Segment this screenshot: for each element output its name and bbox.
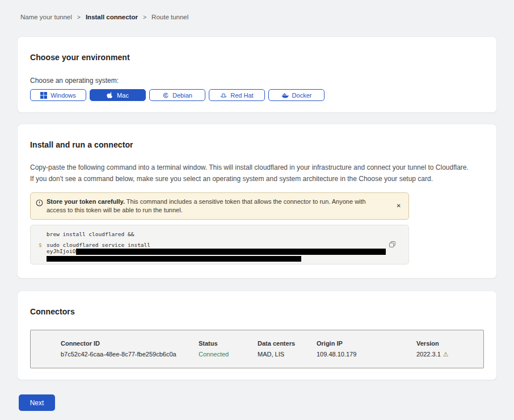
alert-circle-icon — [36, 199, 43, 209]
cell-connector-id: b7c52c42-6caa-48ee-8c77-fbe259cb6c0a — [61, 351, 199, 358]
os-button-label: Red Hat — [230, 92, 253, 99]
redhat-icon — [220, 92, 227, 99]
copy-icon[interactable] — [389, 241, 396, 250]
table-row: b7c52c42-6caa-48ee-8c77-fbe259cb6c0a Con… — [61, 351, 483, 358]
close-icon[interactable]: ✕ — [397, 203, 401, 209]
command-line-1: brew install cloudflared && — [47, 231, 408, 237]
os-button-group: Windows Mac Debian Red Hat Docker — [30, 89, 484, 101]
connectors-card-title: Connectors — [30, 307, 484, 316]
connectors-card: Connectors Connector ID Status Data cent… — [18, 291, 496, 380]
token-warning-title: Store your token carefully. — [47, 198, 125, 205]
next-button[interactable]: Next — [19, 394, 55, 411]
install-command-block: $ brew install cloudflared && sudo cloud… — [30, 225, 409, 264]
breadcrumb-step-route-tunnel[interactable]: Route tunnel — [151, 14, 188, 20]
apple-icon — [107, 91, 113, 99]
os-button-label: Mac — [117, 92, 129, 99]
os-button-windows[interactable]: Windows — [30, 89, 86, 101]
docker-icon — [281, 92, 289, 99]
install-description: Copy-paste the following command into a … — [30, 162, 484, 184]
windows-icon — [40, 92, 47, 99]
breadcrumb: Name your tunnel > Install connector > R… — [0, 0, 514, 20]
connectors-table: Connector ID Status Data centers Origin … — [30, 330, 484, 368]
command-line-redacted — [47, 255, 408, 262]
os-button-label: Docker — [292, 92, 312, 99]
environment-card: Choose your environment Choose an operat… — [18, 37, 496, 112]
header-status: Status — [199, 340, 258, 347]
breadcrumb-separator: > — [143, 14, 146, 20]
os-select-label: Choose an operating system: — [30, 77, 484, 85]
version-value: 2022.3.1 — [416, 351, 441, 358]
os-button-label: Windows — [50, 92, 76, 99]
redaction-bar — [47, 256, 301, 262]
os-button-docker[interactable]: Docker — [268, 89, 325, 101]
redaction-bar — [76, 249, 386, 255]
token-prefix: eyJhIjoiO — [47, 248, 75, 254]
shell-prompt: $ — [39, 242, 42, 248]
cell-data-centers: MAD, LIS — [258, 351, 317, 358]
warning-triangle-icon: ⚠ — [443, 351, 449, 358]
command-line-2: sudo cloudflared service install — [47, 242, 408, 248]
os-button-mac[interactable]: Mac — [90, 89, 146, 101]
os-button-debian[interactable]: Debian — [149, 89, 205, 101]
token-warning-text: Store your token carefully. This command… — [47, 198, 384, 215]
cell-version: 2022.3.1 ⚠ — [416, 351, 483, 358]
debian-icon — [162, 92, 169, 99]
header-version: Version — [416, 340, 483, 347]
breadcrumb-step-name-tunnel[interactable]: Name your tunnel — [20, 14, 72, 20]
breadcrumb-separator: > — [77, 14, 81, 20]
environment-card-title: Choose your environment — [30, 53, 484, 62]
header-connector-id: Connector ID — [61, 340, 199, 347]
install-connector-card: Install and run a connector Copy-paste t… — [18, 124, 496, 278]
os-button-label: Debian — [172, 92, 192, 99]
breadcrumb-step-install-connector[interactable]: Install connector — [86, 14, 138, 20]
cell-origin-ip: 109.48.10.179 — [317, 351, 416, 358]
token-warning-banner: Store your token carefully. This command… — [30, 192, 409, 220]
install-card-title: Install and run a connector — [30, 140, 484, 149]
os-button-redhat[interactable]: Red Hat — [209, 89, 265, 101]
status-badge: Connected — [199, 351, 258, 358]
connectors-table-header: Connector ID Status Data centers Origin … — [61, 340, 483, 347]
command-line-token: eyJhIjoiO — [47, 248, 408, 255]
header-origin-ip: Origin IP — [317, 340, 416, 347]
header-data-centers: Data centers — [258, 340, 317, 347]
